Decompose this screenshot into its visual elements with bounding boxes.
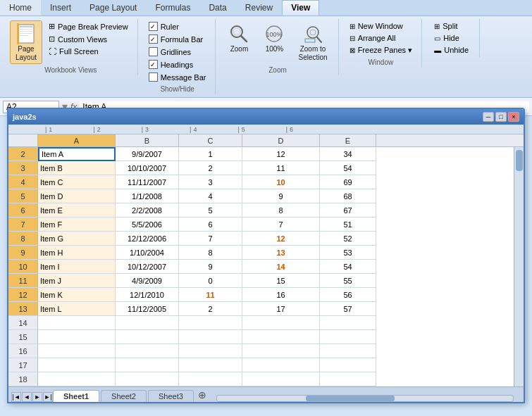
col-header-d[interactable]: D xyxy=(242,134,320,146)
cell-b-5[interactable]: 1/1/2008 xyxy=(116,189,179,203)
row-num-3[interactable]: 3 xyxy=(8,161,38,175)
cell-b-3[interactable]: 10/10/2007 xyxy=(116,161,179,175)
cell-e-16[interactable] xyxy=(320,344,376,358)
col-header-b[interactable]: B xyxy=(116,134,179,146)
cell-d-15[interactable] xyxy=(242,330,320,344)
cell-b-14[interactable] xyxy=(116,316,179,330)
row-num-9[interactable]: 9 xyxy=(8,246,38,260)
cell-d-8[interactable]: 12 xyxy=(242,232,320,246)
cell-a-3[interactable]: Item B xyxy=(38,161,116,175)
cell-e-8[interactable]: 52 xyxy=(320,232,376,246)
row-num-10[interactable]: 10 xyxy=(8,260,38,274)
cell-d-10[interactable]: 14 xyxy=(242,260,320,274)
freeze-panes-button[interactable]: ⊠ Freeze Panes ▾ xyxy=(346,44,416,56)
row-num-2[interactable]: 2 xyxy=(8,147,38,161)
cell-d-11[interactable]: 15 xyxy=(242,274,320,288)
cell-d-2[interactable]: 12 xyxy=(242,147,320,161)
cell-c-2[interactable]: 1 xyxy=(179,147,242,161)
cell-b-8[interactable]: 12/12/2006 xyxy=(116,232,179,246)
cell-d-18[interactable] xyxy=(242,372,320,386)
cell-d-14[interactable] xyxy=(242,316,320,330)
row-num-6[interactable]: 6 xyxy=(8,203,38,218)
message-bar-checkbox[interactable] xyxy=(149,73,158,82)
cell-c-9[interactable]: 8 xyxy=(179,246,242,260)
ruler-checkbox[interactable]: ✓ xyxy=(149,22,158,31)
cell-d-7[interactable]: 7 xyxy=(242,218,320,232)
cell-e-5[interactable]: 68 xyxy=(320,189,376,203)
cell-c-8[interactable]: 7 xyxy=(179,232,242,246)
sheet-nav-last[interactable]: ►| xyxy=(43,392,53,402)
sheet-tab-2[interactable]: Sheet2 xyxy=(101,390,147,402)
restore-button[interactable]: □ xyxy=(495,112,507,122)
row-num-7[interactable]: 7 xyxy=(8,218,38,232)
add-sheet-icon[interactable]: ⊕ xyxy=(198,389,206,401)
cell-c-14[interactable] xyxy=(179,316,242,330)
cell-a-7[interactable]: Item F xyxy=(38,218,116,232)
cell-a-11[interactable]: Item J xyxy=(38,274,116,288)
cell-c-5[interactable]: 4 xyxy=(179,189,242,203)
sheet-tab-1[interactable]: Sheet1 xyxy=(53,390,99,402)
formula-bar-checkbox[interactable]: ✓ xyxy=(149,34,158,44)
row-num-12[interactable]: 12 xyxy=(8,288,38,302)
formula-bar-checkbox-item[interactable]: ✓ Formula Bar xyxy=(145,33,210,45)
cell-a-15[interactable] xyxy=(38,330,116,344)
split-button[interactable]: ⊞ Split xyxy=(431,20,472,32)
vertical-scrollbar[interactable] xyxy=(514,147,524,386)
full-screen-button[interactable]: ⛶ Full Screen xyxy=(45,46,132,57)
cell-c-11[interactable]: 0 xyxy=(179,274,242,288)
cell-b-11[interactable]: 4/9/2009 xyxy=(116,274,179,288)
cell-d-9[interactable]: 13 xyxy=(242,246,320,260)
cell-e-3[interactable]: 54 xyxy=(320,161,376,175)
cell-a-2[interactable]: Item A xyxy=(38,147,116,161)
cell-a-8[interactable]: Item G xyxy=(38,232,116,246)
col-header-c[interactable]: C xyxy=(179,134,242,146)
cell-e-6[interactable]: 67 xyxy=(320,203,376,218)
row-num-8[interactable]: 8 xyxy=(8,232,38,246)
cell-a-13[interactable]: Item L xyxy=(38,302,116,316)
cell-a-10[interactable]: Item I xyxy=(38,260,116,274)
cell-b-16[interactable] xyxy=(116,344,179,358)
cell-b-10[interactable]: 10/12/2007 xyxy=(116,260,179,274)
zoom-button[interactable]: Zoom xyxy=(223,20,255,56)
cell-d-12[interactable]: 16 xyxy=(242,288,320,302)
cell-c-3[interactable]: 2 xyxy=(179,161,242,175)
cell-d-5[interactable]: 9 xyxy=(242,189,320,203)
row-num-17[interactable]: 17 xyxy=(8,358,38,372)
cell-b-15[interactable] xyxy=(116,330,179,344)
cell-b-18[interactable] xyxy=(116,372,179,386)
cell-e-18[interactable] xyxy=(320,372,376,386)
cell-a-14[interactable] xyxy=(38,316,116,330)
cell-c-18[interactable] xyxy=(179,372,242,386)
sheet-nav-next[interactable]: ► xyxy=(32,392,42,402)
custom-views-button[interactable]: ⊡ Custom Views xyxy=(45,33,132,45)
cell-d-17[interactable] xyxy=(242,358,320,372)
cell-a-16[interactable] xyxy=(38,344,116,358)
tab-insert[interactable]: Insert xyxy=(41,0,80,15)
cell-c-15[interactable] xyxy=(179,330,242,344)
zoom-100-button[interactable]: 100% 100% xyxy=(258,20,290,56)
cell-c-13[interactable]: 2 xyxy=(179,302,242,316)
cell-e-13[interactable]: 57 xyxy=(320,302,376,316)
row-num-11[interactable]: 11 xyxy=(8,274,38,288)
cell-b-7[interactable]: 5/5/2006 xyxy=(116,218,179,232)
cell-a-4[interactable]: Item C xyxy=(38,175,116,189)
zoom-selection-button[interactable]: Zoom toSelection xyxy=(293,20,332,64)
tab-data[interactable]: Data xyxy=(199,0,235,15)
sheet-tab-3[interactable]: Sheet3 xyxy=(148,390,194,402)
cell-e-2[interactable]: 34 xyxy=(320,147,376,161)
row-num-4[interactable]: 4 xyxy=(8,175,38,189)
gridlines-checkbox[interactable] xyxy=(149,47,158,56)
minimize-button[interactable]: ─ xyxy=(483,112,494,122)
cell-b-6[interactable]: 2/2/2008 xyxy=(116,203,179,218)
cell-a-17[interactable] xyxy=(38,358,116,372)
row-num-14[interactable]: 14 xyxy=(8,316,38,330)
close-button[interactable]: × xyxy=(508,112,519,122)
cell-a-12[interactable]: Item K xyxy=(38,288,116,302)
scrollbar-thumb-v[interactable] xyxy=(516,150,523,171)
cell-c-16[interactable] xyxy=(179,344,242,358)
horizontal-scrollbar[interactable] xyxy=(216,395,514,402)
cell-b-17[interactable] xyxy=(116,358,179,372)
tab-formulas[interactable]: Formulas xyxy=(146,0,199,15)
scrollbar-thumb-h[interactable] xyxy=(306,396,395,401)
cell-e-4[interactable]: 69 xyxy=(320,175,376,189)
